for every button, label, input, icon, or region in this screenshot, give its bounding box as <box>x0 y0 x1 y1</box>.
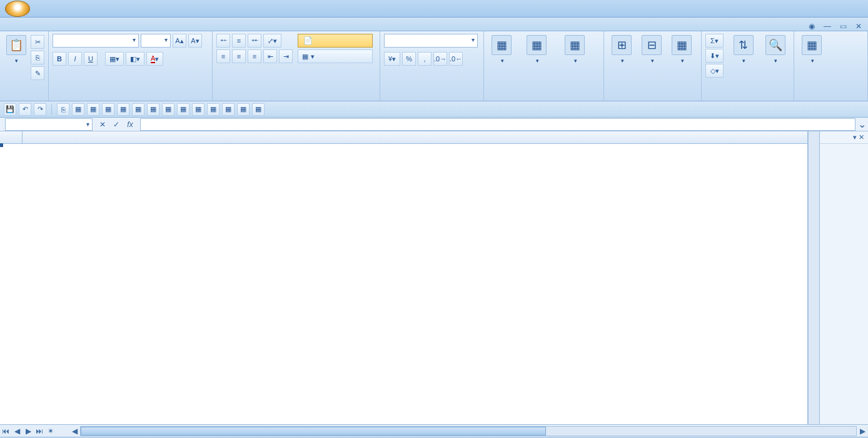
select-all-corner[interactable] <box>0 131 23 143</box>
currency-button[interactable]: ¥▾ <box>384 52 400 66</box>
align-middle-button[interactable]: ≡ <box>232 34 246 48</box>
vertical-scrollbar[interactable] <box>808 131 819 424</box>
qat-btn-13[interactable]: ▦ <box>237 103 250 116</box>
find-icon: 🔍 <box>765 35 785 55</box>
number-format-combo[interactable] <box>384 34 478 48</box>
help-icon[interactable]: ◉ <box>809 22 815 31</box>
qat-btn-4[interactable]: ▦ <box>102 103 114 116</box>
cut-button[interactable]: ✂ <box>31 35 44 49</box>
align-center-button[interactable]: ≡ <box>232 49 246 63</box>
title-bar <box>0 0 868 18</box>
clipboard-icon: 📋 <box>6 35 26 55</box>
delete-cells-button[interactable]: ⊟ <box>638 34 665 65</box>
format-painter-button[interactable]: ✎ <box>31 66 44 80</box>
align-bottom-button[interactable]: ⬵ <box>248 34 261 48</box>
table-format-button[interactable]: ▦ <box>518 34 555 65</box>
indent-increase-button[interactable]: ⇥ <box>279 49 293 63</box>
qat-btn-3[interactable]: ▦ <box>87 103 99 116</box>
sheet-nav-next[interactable]: ▶ <box>23 427 34 435</box>
clear-button[interactable]: ◇▾ <box>705 64 724 78</box>
qat-btn-2[interactable]: ▦ <box>72 103 84 116</box>
expand-formula-bar[interactable]: ⌄ <box>855 118 868 130</box>
ribbon: 📋 ✂ ⎘ ✎ A▴ A▾ B I U ▦▾ <box>0 31 868 101</box>
border-button[interactable]: ▦▾ <box>105 52 124 66</box>
minimize-icon[interactable]: — <box>824 22 831 31</box>
fill-button[interactable]: ⬇▾ <box>705 49 724 63</box>
qat-btn-10[interactable]: ▦ <box>192 103 204 116</box>
enter-formula-icon[interactable]: ✓ <box>110 118 123 131</box>
format-icon: ▦ <box>672 35 692 55</box>
insert-icon: ⊞ <box>612 35 632 55</box>
template-button[interactable]: ▦ <box>798 34 825 65</box>
increase-font-button[interactable]: A▴ <box>173 34 186 48</box>
italic-button[interactable]: I <box>68 52 82 66</box>
restore-icon[interactable]: ▭ <box>840 22 847 31</box>
align-right-button[interactable]: ≡ <box>248 49 261 63</box>
qat-btn-5[interactable]: ▦ <box>117 103 129 116</box>
font-name-combo[interactable] <box>53 34 139 48</box>
template-panel-close[interactable]: ▾ ✕ <box>853 133 864 141</box>
copy-button[interactable]: ⎘ <box>31 51 44 64</box>
worksheet-grid[interactable] <box>0 131 808 424</box>
qat-save[interactable]: 💾 <box>4 103 16 116</box>
sort-filter-button[interactable]: ⇅ <box>729 34 758 65</box>
fill-color-button[interactable]: ◧▾ <box>126 52 144 66</box>
paste-label <box>14 56 18 64</box>
decrease-decimal-button[interactable]: .0← <box>449 52 463 66</box>
horizontal-scrollbar[interactable]: ◀ ▶ <box>69 426 868 436</box>
format-cells-button[interactable]: ▦ <box>668 34 695 65</box>
close-icon[interactable]: ✕ <box>855 22 862 31</box>
increase-decimal-button[interactable]: .0→ <box>433 52 447 66</box>
indent-decrease-button[interactable]: ⇤ <box>263 49 277 63</box>
active-cell-indicator <box>0 144 3 146</box>
sheet-nav-last[interactable]: ⏭ <box>34 427 45 435</box>
name-box[interactable] <box>5 118 93 131</box>
merge-center-button[interactable]: ▦ ▾ <box>298 49 373 63</box>
group-editing-title <box>705 97 790 99</box>
bold-button[interactable]: B <box>53 52 66 66</box>
column-headers <box>0 131 807 144</box>
orientation-button[interactable]: ⤢▾ <box>263 34 281 48</box>
qat-undo[interactable]: ↶ <box>19 103 31 116</box>
sheet-nav-first[interactable]: ⏮ <box>0 427 11 435</box>
find-select-button[interactable]: 🔍 <box>760 34 790 65</box>
sort-icon: ⇅ <box>734 35 754 55</box>
comma-button[interactable]: , <box>418 52 431 66</box>
decrease-font-button[interactable]: A▾ <box>188 34 202 48</box>
cell-styles-button[interactable]: ▦ <box>558 34 592 65</box>
group-clipboard-title <box>4 97 44 99</box>
fx-icon[interactable]: fx <box>124 118 136 131</box>
font-color-button[interactable]: A▾ <box>146 52 163 66</box>
group-template-title <box>798 97 864 99</box>
align-top-button[interactable]: ⬴ <box>216 34 230 48</box>
qat-btn-6[interactable]: ▦ <box>132 103 144 116</box>
new-sheet-button[interactable]: ✶ <box>45 427 56 435</box>
qat-btn-7[interactable]: ▦ <box>147 103 159 116</box>
qat-btn-12[interactable]: ▦ <box>222 103 235 116</box>
sheet-nav-prev[interactable]: ◀ <box>11 427 23 435</box>
qat-btn-8[interactable]: ▦ <box>162 103 174 116</box>
qat-btn-1[interactable]: ⎘ <box>57 103 69 116</box>
group-align-title <box>216 97 376 99</box>
conditional-format-button[interactable]: ▦ <box>488 34 515 65</box>
quick-access-toolbar: 💾 ↶ ↷ ⎘ ▦ ▦ ▦ ▦ ▦ ▦ ▦ ▦ ▦ ▦ ▦ ▦ ▦ <box>0 101 868 118</box>
group-font-title <box>53 97 208 99</box>
formula-input[interactable] <box>140 118 855 131</box>
qat-btn-9[interactable]: ▦ <box>177 103 189 116</box>
qat-btn-14[interactable]: ▦ <box>252 103 265 116</box>
insert-cells-button[interactable]: ⊞ <box>608 34 635 65</box>
wrap-text-button[interactable]: 📄 <box>298 34 373 48</box>
percent-button[interactable]: % <box>402 52 416 66</box>
qat-redo[interactable]: ↷ <box>34 103 46 116</box>
font-size-combo[interactable] <box>141 34 171 48</box>
autosum-button[interactable]: Σ▾ <box>705 34 724 48</box>
underline-button[interactable]: U <box>84 52 98 66</box>
window-controls: ◉ — ▭ ✕ <box>809 22 868 31</box>
cancel-formula-icon[interactable]: ✕ <box>96 118 109 131</box>
align-left-button[interactable]: ≡ <box>216 49 230 63</box>
template-icon: ▦ <box>802 35 822 55</box>
paste-button[interactable]: 📋 <box>4 34 28 65</box>
qat-btn-11[interactable]: ▦ <box>207 103 220 116</box>
office-button[interactable] <box>5 1 30 17</box>
formula-bar: ✕ ✓ fx ⌄ <box>0 118 868 131</box>
